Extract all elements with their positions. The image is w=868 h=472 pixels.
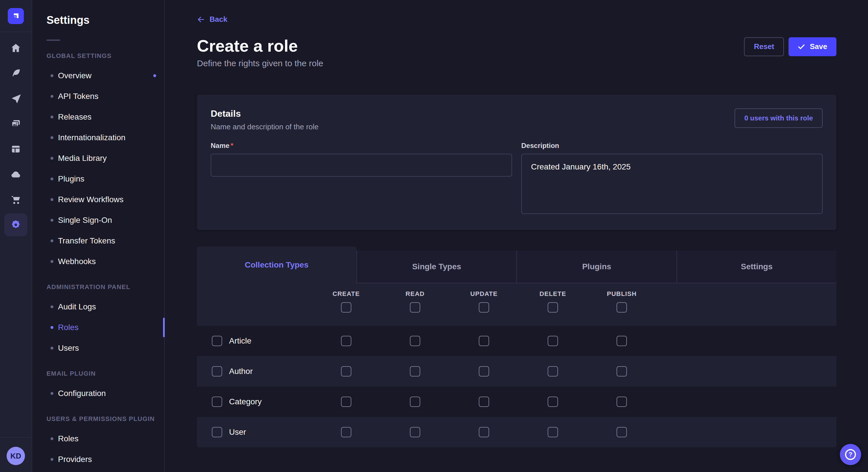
nav-item-label: Roles bbox=[58, 323, 79, 332]
strapi-logo-icon[interactable] bbox=[8, 8, 24, 24]
name-label: Name* bbox=[211, 142, 512, 150]
settings-nav-item-users[interactable]: Users bbox=[32, 338, 164, 359]
article-publish-checkbox[interactable] bbox=[617, 336, 627, 346]
users-with-role-button[interactable]: 0 users with this role bbox=[735, 108, 823, 128]
deployments-nav-button[interactable] bbox=[4, 163, 27, 186]
paper-plane-icon bbox=[10, 93, 22, 104]
page-header: Create a role Define the rights given to… bbox=[197, 36, 836, 68]
nav-item-label: Users bbox=[58, 343, 79, 353]
article-delete-checkbox[interactable] bbox=[548, 336, 558, 346]
tab-settings[interactable]: Settings bbox=[677, 250, 837, 283]
settings-nav-item-providers[interactable]: Providers bbox=[32, 449, 164, 470]
bullet-icon bbox=[51, 305, 53, 308]
content-nav-button[interactable] bbox=[4, 62, 27, 85]
settings-nav-item-roles[interactable]: Roles bbox=[32, 429, 164, 449]
category-update-checkbox[interactable] bbox=[479, 397, 489, 407]
settings-nav-item-releases[interactable]: Releases bbox=[32, 107, 164, 127]
settings-nav-item-roles[interactable]: Roles bbox=[32, 317, 164, 338]
bullet-icon bbox=[51, 136, 53, 139]
description-textarea[interactable]: Created January 16th, 2025 bbox=[521, 154, 823, 214]
article-create-checkbox[interactable] bbox=[341, 336, 351, 346]
nav-section-label: GLOBAL SETTINGS bbox=[32, 52, 164, 60]
media-library-icon bbox=[10, 118, 22, 130]
gear-icon bbox=[10, 219, 22, 231]
tab-single-types[interactable]: Single Types bbox=[356, 250, 517, 283]
article-update-checkbox[interactable] bbox=[479, 336, 489, 346]
settings-nav-item-plugins[interactable]: Plugins bbox=[32, 169, 164, 189]
home-nav-button[interactable] bbox=[4, 37, 27, 60]
author-update-checkbox[interactable] bbox=[479, 366, 489, 376]
marketplace-nav-button[interactable] bbox=[4, 188, 27, 211]
settings-nav-sections: GLOBAL SETTINGSOverviewAPI TokensRelease… bbox=[32, 52, 164, 470]
tab-collection-types[interactable]: Collection Types bbox=[197, 247, 356, 283]
select-all-delete-checkbox[interactable] bbox=[548, 302, 558, 312]
reset-button[interactable]: Reset bbox=[744, 37, 784, 56]
author-create-checkbox[interactable] bbox=[341, 366, 351, 376]
select-all-read-checkbox[interactable] bbox=[410, 302, 420, 312]
checkbox-cell bbox=[450, 336, 518, 346]
author-delete-checkbox[interactable] bbox=[548, 366, 558, 376]
help-button[interactable]: ? bbox=[840, 444, 861, 465]
category-publish-checkbox[interactable] bbox=[617, 397, 627, 407]
release-nav-button[interactable] bbox=[4, 87, 27, 110]
save-button[interactable]: Save bbox=[788, 37, 836, 56]
bullet-icon bbox=[51, 95, 53, 98]
back-link[interactable]: Back bbox=[197, 15, 227, 24]
nav-section: GLOBAL SETTINGSOverviewAPI TokensRelease… bbox=[32, 52, 164, 272]
user-row-select-checkbox[interactable] bbox=[212, 427, 222, 437]
category-row-select-checkbox[interactable] bbox=[212, 397, 222, 407]
settings-nav-item-api-tokens[interactable]: API Tokens bbox=[32, 86, 164, 107]
settings-nav-item-webhooks[interactable]: Webhooks bbox=[32, 251, 164, 272]
settings-nav-button[interactable] bbox=[4, 213, 27, 236]
author-publish-checkbox[interactable] bbox=[617, 366, 627, 376]
settings-sidebar-header: Settings bbox=[32, 14, 164, 41]
checkbox-cell bbox=[518, 302, 587, 312]
content-type-builder-nav-button[interactable] bbox=[4, 138, 27, 161]
name-input[interactable] bbox=[211, 154, 512, 177]
article-read-checkbox[interactable] bbox=[410, 336, 420, 346]
tab-plugins[interactable]: Plugins bbox=[516, 250, 677, 283]
settings-nav-item-internationalization[interactable]: Internationalization bbox=[32, 127, 164, 148]
user-read-checkbox[interactable] bbox=[410, 427, 420, 437]
user-delete-checkbox[interactable] bbox=[548, 427, 558, 437]
settings-nav-item-single-sign-on[interactable]: Single Sign-On bbox=[32, 210, 164, 231]
media-library-nav-button[interactable] bbox=[4, 112, 27, 135]
permissions-tabs: Collection TypesSingle TypesPluginsSetti… bbox=[197, 247, 836, 283]
category-read-checkbox[interactable] bbox=[410, 397, 420, 407]
select-all-publish-checkbox[interactable] bbox=[617, 302, 627, 312]
settings-nav-item-review-workflows[interactable]: Review Workflows bbox=[32, 189, 164, 210]
select-all-update-checkbox[interactable] bbox=[479, 302, 489, 312]
checkbox-cell bbox=[381, 427, 450, 437]
bullet-icon bbox=[51, 392, 53, 395]
select-all-create-checkbox[interactable] bbox=[341, 302, 351, 312]
user-update-checkbox[interactable] bbox=[479, 427, 489, 437]
permissions-panel: CREATEREADUPDATEDELETEPUBLISH ArticleAut… bbox=[197, 283, 836, 447]
nav-section: EMAIL PLUGINConfiguration bbox=[32, 370, 164, 404]
checkbox-cell bbox=[381, 397, 450, 407]
user-publish-checkbox[interactable] bbox=[617, 427, 627, 437]
settings-nav-item-configuration[interactable]: Configuration bbox=[32, 383, 164, 404]
divider bbox=[0, 437, 32, 438]
header-actions: Reset Save bbox=[744, 37, 836, 56]
settings-nav-item-audit-logs[interactable]: Audit Logs bbox=[32, 297, 164, 317]
settings-nav-item-media-library[interactable]: Media Library bbox=[32, 148, 164, 169]
author-read-checkbox[interactable] bbox=[410, 366, 420, 376]
settings-nav-item-overview[interactable]: Overview bbox=[32, 65, 164, 86]
checkbox-cell bbox=[587, 336, 656, 346]
user-create-checkbox[interactable] bbox=[341, 427, 351, 437]
perm-header-label-row: CREATEREADUPDATEDELETEPUBLISH bbox=[197, 290, 836, 298]
content-type-name: Category bbox=[229, 397, 262, 406]
nav-item-label: Media Library bbox=[58, 154, 107, 163]
checkbox-cell bbox=[518, 397, 587, 407]
divider bbox=[46, 40, 60, 41]
checkbox-cell bbox=[312, 427, 381, 437]
settings-nav-item-transfer-tokens[interactable]: Transfer Tokens bbox=[32, 231, 164, 251]
author-row-select-checkbox[interactable] bbox=[212, 366, 222, 376]
category-delete-checkbox[interactable] bbox=[548, 397, 558, 407]
nav-item-label: Plugins bbox=[58, 174, 84, 183]
article-row-select-checkbox[interactable] bbox=[212, 336, 222, 346]
nav-item-label: Releases bbox=[58, 112, 92, 122]
bullet-icon bbox=[51, 326, 53, 329]
category-create-checkbox[interactable] bbox=[341, 397, 351, 407]
user-avatar[interactable]: KD bbox=[7, 447, 25, 465]
